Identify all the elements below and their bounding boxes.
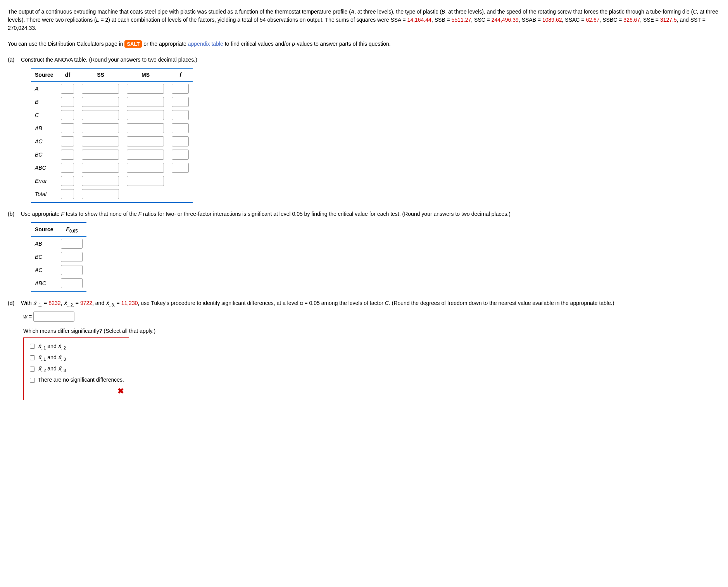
a-ms-B[interactable] [127, 97, 164, 107]
a-df-AC[interactable] [61, 136, 74, 146]
anova-table-b: Source F0.05 AB BC AC ABC [31, 222, 86, 292]
checkbox-2[interactable] [30, 355, 35, 360]
a-f-ABC[interactable] [172, 163, 189, 173]
a-df-AB[interactable] [61, 123, 74, 133]
a-df-B[interactable] [61, 97, 74, 107]
a-f-AC[interactable] [172, 136, 189, 146]
b-f05-AB[interactable] [61, 239, 83, 249]
problem-statement: The output of a continuous extruding mac… [8, 8, 720, 32]
b-f05-BC[interactable] [61, 252, 83, 262]
a-ss-A[interactable] [82, 84, 119, 94]
a-f-B[interactable] [172, 97, 189, 107]
a-df-Error[interactable] [61, 176, 74, 186]
a-ms-C[interactable] [127, 110, 164, 120]
opt-1[interactable]: x̄..1 and x̄..2 [28, 341, 124, 352]
a-ss-Total[interactable] [82, 189, 119, 199]
a-ss-BC[interactable] [82, 150, 119, 160]
a-ss-AC[interactable] [82, 136, 119, 146]
a-ms-AB[interactable] [127, 123, 164, 133]
checkbox-1[interactable] [30, 344, 35, 349]
opt-4[interactable]: There are no significant differences. [28, 375, 124, 385]
anova-table-a: Source df SS MS f A B C AB AC BC ABC Err… [31, 68, 193, 203]
checkbox-4[interactable] [30, 378, 35, 383]
a-df-A[interactable] [61, 84, 74, 94]
a-f-A[interactable] [172, 84, 189, 94]
a-f-AB[interactable] [172, 123, 189, 133]
a-ss-Error[interactable] [82, 176, 119, 186]
a-f-C[interactable] [172, 110, 189, 120]
w-input[interactable] [33, 312, 74, 322]
a-df-Total[interactable] [61, 189, 74, 199]
checkbox-3[interactable] [30, 367, 35, 372]
a-ms-A[interactable] [127, 84, 164, 94]
a-ms-Error[interactable] [127, 176, 164, 186]
a-df-BC[interactable] [61, 150, 74, 160]
a-ms-ABC[interactable] [127, 163, 164, 173]
a-f-BC[interactable] [172, 150, 189, 160]
opt-2[interactable]: x̄..1 and x̄..3 [28, 352, 124, 363]
part-a: (a) Construct the ANOVA table. (Round yo… [8, 56, 720, 203]
checkbox-group: x̄..1 and x̄..2 x̄..1 and x̄..3 x̄..2 an… [23, 337, 129, 401]
salt-badge[interactable]: SALT [124, 40, 142, 48]
which-label: Which means differ significantly? (Selec… [23, 327, 720, 335]
a-ss-B[interactable] [82, 97, 119, 107]
appendix-link[interactable]: appendix table [188, 41, 223, 47]
a-df-C[interactable] [61, 110, 74, 120]
opt-3[interactable]: x̄..2 and x̄..3 [28, 363, 124, 375]
salt-line: You can use the Distribution Calculators… [8, 40, 720, 48]
a-ms-AC[interactable] [127, 136, 164, 146]
a-ss-AB[interactable] [82, 123, 119, 133]
w-label: w = [23, 313, 33, 319]
a-ms-BC[interactable] [127, 150, 164, 160]
a-df-ABC[interactable] [61, 163, 74, 173]
b-f05-AC[interactable] [61, 265, 83, 275]
part-b: (b) Use appropriate F tests to show that… [8, 210, 720, 292]
a-ss-C[interactable] [82, 110, 119, 120]
wrong-icon: ✖ [28, 385, 124, 397]
b-f05-ABC[interactable] [61, 278, 83, 288]
a-ss-ABC[interactable] [82, 163, 119, 173]
part-d: (d) With x̄..1. = 8232, x̄...2. = 9722, … [8, 299, 720, 400]
